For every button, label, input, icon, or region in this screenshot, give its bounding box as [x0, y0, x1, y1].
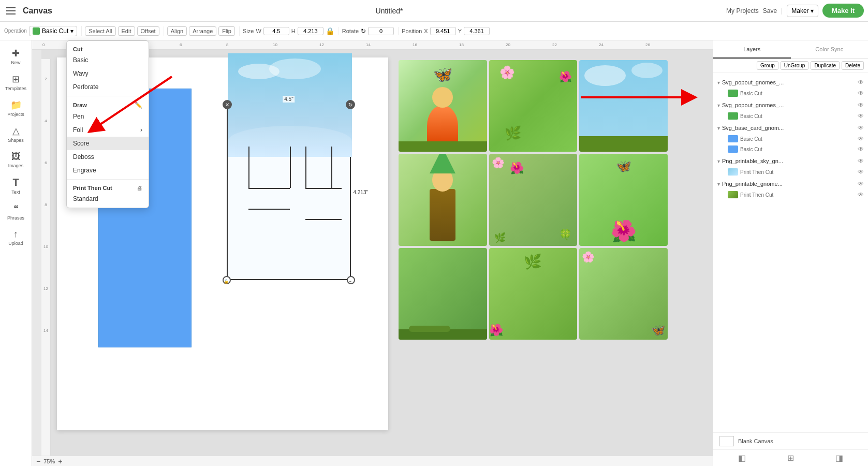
dropdown-item-foil[interactable]: Foil ›	[67, 123, 149, 137]
zoom-out-button[interactable]: −	[36, 457, 40, 465]
layer-name-4: Png_printable_sky_gn...	[722, 158, 856, 164]
ruler-v-tick-2: 2	[45, 77, 47, 81]
ruler-tick-10: 10	[273, 42, 277, 47]
layer-eye-child-2[interactable]: 👁	[858, 112, 864, 120]
eye-icon-2[interactable]: 👁	[858, 101, 864, 109]
dropdown-item-basic[interactable]: Basic	[67, 53, 149, 67]
close-handle[interactable]: ✕	[223, 100, 232, 109]
rotate-handle[interactable]: ↻	[346, 100, 355, 109]
layer-child-5: Print Then Cut 👁	[713, 190, 868, 200]
eye-icon-3[interactable]: 👁	[858, 124, 864, 132]
layer-eye-child-1[interactable]: 👁	[858, 90, 864, 97]
sidebar-item-phrases[interactable]: ❝ Phrases	[3, 200, 30, 224]
y-input[interactable]	[464, 27, 490, 35]
eye-icon-1[interactable]: 👁	[858, 79, 864, 86]
dropdown-item-engrave[interactable]: Engrave	[67, 164, 149, 177]
lock-icon: 🔒	[326, 27, 334, 35]
ruler-tick-24: 24	[599, 42, 604, 47]
sidebar-label-upload: Upload	[8, 241, 23, 246]
lock-handle[interactable]: 🔒	[223, 276, 231, 284]
rotate-input[interactable]	[368, 27, 394, 35]
eye-icon-4[interactable]: 👁	[858, 157, 864, 165]
dropdown-item-perforate[interactable]: Perforate	[67, 80, 149, 94]
layer-group-svg-base-card: ▾ Svg_base_card_gnom... 👁 Basic Cut 👁 Ba…	[713, 122, 868, 154]
maker-button[interactable]: Maker ▾	[787, 5, 818, 17]
left-sidebar: ✚ New ⊞ Templates 📁 Projects △ Shapes 🖼 …	[0, 40, 32, 466]
app-title: Canvas	[23, 6, 52, 16]
dropdown-item-standard[interactable]: Standard	[67, 192, 149, 206]
layer-eye-child-3a[interactable]: 👁	[858, 135, 864, 142]
sidebar-item-shapes[interactable]: △ Shapes	[3, 122, 30, 146]
sidebar-item-upload[interactable]: ↑ Upload	[3, 226, 30, 249]
sidebar-item-projects[interactable]: 📁 Projects	[3, 96, 30, 120]
gnome-img-6: 🌺 🦋	[579, 154, 668, 245]
offset-button[interactable]: Offset	[137, 26, 159, 36]
ruler-tick-16: 16	[413, 42, 417, 47]
duplicate-button[interactable]: Duplicate	[811, 61, 840, 70]
gnome-img-7	[399, 248, 487, 340]
tab-color-sync[interactable]: Color Sync	[791, 40, 869, 59]
wall-h4	[305, 219, 342, 220]
hamburger-menu[interactable]	[4, 4, 19, 18]
cut-section-label: Cut	[67, 43, 149, 53]
save-button[interactable]: Save	[763, 7, 777, 14]
group-button[interactable]: Group	[757, 61, 778, 70]
tab-layers[interactable]: Layers	[713, 40, 791, 59]
layers-list: ▾ Svg_popout_gnomes_... 👁 Basic Cut 👁 ▾ …	[713, 72, 868, 432]
ungroup-button[interactable]: UnGroup	[781, 61, 809, 70]
layer-thumb-2	[728, 112, 738, 120]
blank-canvas-thumb	[719, 436, 734, 446]
arrange-button[interactable]: Arrange	[189, 26, 216, 36]
edit-button[interactable]: Edit	[118, 26, 135, 36]
resize-handle[interactable]: ↔	[347, 276, 355, 284]
select-all-button[interactable]: Select All	[85, 26, 115, 36]
dropdown-item-deboss[interactable]: Deboss	[67, 150, 149, 164]
panel-left-icon[interactable]: ◧	[736, 452, 748, 464]
layer-group-header-1[interactable]: ▾ Svg_popout_gnomes_... 👁	[713, 77, 868, 88]
h-label: H	[291, 28, 296, 34]
height-input[interactable]	[298, 27, 323, 35]
layer-eye-child-4[interactable]: 👁	[858, 168, 864, 176]
ruler-v-tick-8: 8	[45, 202, 47, 207]
gnome-img-5: 🌸 🌺 🌿 🍀	[489, 154, 578, 245]
operation-select[interactable]: Basic Cut ▾	[29, 26, 77, 36]
sidebar-label-new: New	[11, 60, 20, 65]
wall-v2	[290, 147, 291, 188]
layer-eye-child-3b[interactable]: 👁	[858, 145, 864, 153]
width-input[interactable]	[263, 27, 289, 35]
my-projects-button[interactable]: My Projects	[726, 7, 759, 14]
dropdown-item-pen[interactable]: Pen	[67, 110, 149, 123]
operation-value: Basic Cut	[42, 27, 68, 35]
ruler-tick-0: 0	[42, 42, 45, 47]
panel-grid-icon[interactable]: ⊞	[785, 452, 796, 464]
panel-right-icon[interactable]: ◨	[833, 452, 845, 464]
dropdown-item-wavy[interactable]: Wavy	[67, 67, 149, 80]
projects-icon: 📁	[10, 99, 22, 111]
eye-icon-5[interactable]: 👁	[858, 180, 864, 187]
sidebar-item-new[interactable]: ✚ New	[3, 45, 30, 68]
layer-eye-child-5[interactable]: 👁	[858, 191, 864, 198]
wall-h1	[248, 188, 290, 189]
layer-group-header-4[interactable]: ▾ Png_printable_sky_gn... 👁	[713, 155, 868, 167]
new-icon: ✚	[12, 48, 20, 59]
dim-width-label: 4.5"	[283, 96, 295, 103]
zoom-in-button[interactable]: +	[58, 457, 62, 465]
make-it-button[interactable]: Make It	[822, 4, 864, 18]
sidebar-item-images[interactable]: 🖼 Images	[3, 148, 30, 171]
operation-dropdown[interactable]: Cut Basic Wavy Perforate Draw ✏️ Pen Foi…	[66, 40, 149, 208]
flip-button[interactable]: Flip	[218, 26, 235, 36]
layer-group-header-3[interactable]: ▾ Svg_base_card_gnom... 👁	[713, 122, 868, 134]
layer-group-header-5[interactable]: ▾ Png_printable_gnome... 👁	[713, 178, 868, 190]
floor-plan-shape[interactable]: ✕ ↻ 🔒 ↔ 4.5" 4.213"	[227, 104, 351, 280]
delete-button[interactable]: Delete	[842, 61, 864, 70]
sidebar-item-text[interactable]: T Text	[3, 173, 30, 198]
text-icon: T	[12, 177, 19, 188]
align-button[interactable]: Align	[167, 26, 187, 36]
layer-group-svg-popout-1: ▾ Svg_popout_gnomes_... 👁 Basic Cut 👁	[713, 77, 868, 98]
sidebar-item-templates[interactable]: ⊞ Templates	[3, 70, 30, 94]
x-input[interactable]	[430, 27, 456, 35]
layer-group-header-2[interactable]: ▾ Svg_popout_gnomes_... 👁	[713, 99, 868, 111]
layer-child-label-4: Print Then Cut	[740, 169, 856, 175]
dropdown-item-score[interactable]: Score	[67, 137, 149, 150]
panel-tabs: Layers Color Sync	[713, 40, 868, 59]
